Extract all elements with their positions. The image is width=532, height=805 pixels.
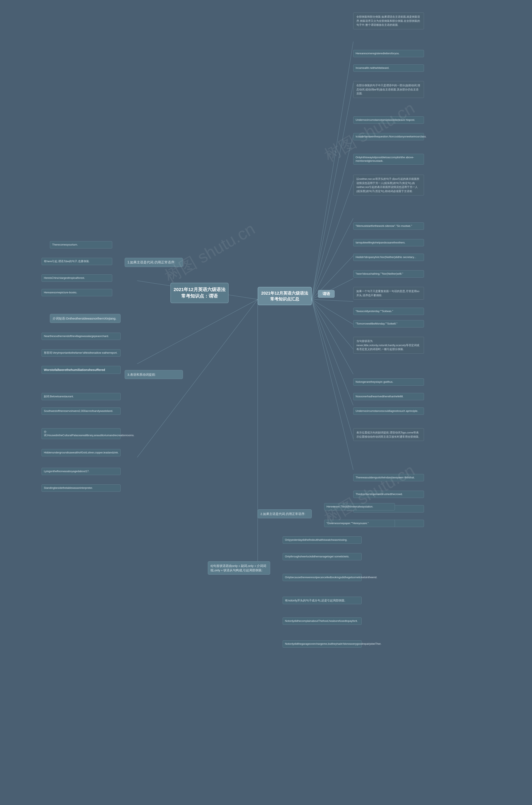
svg-line-3: [312, 181, 353, 299]
branch2-leaf1: Hereweare.Thisisthenewrailwaystation.: [324, 503, 395, 510]
desc-go-come: 表示位置或方向的副词提前,谓语动词为go,come等表示位置移动动作动词而主语又…: [353, 428, 424, 441]
b4-sub3: Worstofallwerethehumiliationshesuffered: [42, 366, 120, 374]
b3-leaf6: Standingbesidethetablewasaninterpreter.: [42, 484, 120, 492]
desc-full-inversion: 全部倒装和部分倒装:如果谓语在主语前面,就是倒装语序.倒装语序又分为全部倒装和部…: [353, 13, 424, 29]
leaf-r1: Herearesomeregisteredlettersforyou.: [353, 50, 424, 57]
tag-node: 谓语: [318, 290, 335, 298]
branch-3: 3.表语和系动词提前:: [125, 370, 183, 379]
leaf-r2: IncameaMr.rwithwhitebeard.: [353, 64, 424, 72]
b6-leaf1: Onlyyesterdaydidheﬁndoutthatthiswatchwas…: [283, 537, 362, 544]
b3-leaf1: 副词:Belowisarestaurant.: [42, 393, 120, 400]
leaf-r16: Thedoorburstopenandlrushedthecrowd.: [353, 491, 424, 498]
branch-6: 6)句首状语若由only＋副词,only＋介词词组,only＋状语从句构成,引起…: [208, 561, 270, 575]
desc-so: 如果一个句子只是重复前面一句话的意思,尽管是用so开头,语序也不要倒转.: [353, 287, 424, 300]
b4-sub1: Nearthesouthernendofthevillagewasalargep…: [42, 333, 120, 340]
svg-line-1: [312, 83, 353, 299]
branch2-leaf2: "Givemesomepaper.""Hereyouare.": [324, 520, 395, 527]
leaf-r7: Iamquitewillingtohelpandsoaaretheothers.: [353, 239, 424, 246]
b1-leaf2: 有here引起,谓语为be的句子,也要倒装.: [42, 258, 112, 265]
svg-line-8: [312, 299, 353, 324]
b4-sub2: 形容词:Veryimportanttothefamer'slifeisthera…: [42, 349, 120, 357]
branch-prep: 介词短语:OntheothersidewasnorthernXinjiang.: [50, 314, 120, 323]
svg-line-11: [312, 299, 353, 406]
desc-negative-adv: 当句首状语为never,little,notonly,notuntil,hard…: [353, 337, 424, 354]
b6-leaf3: Onlybecausethereweresotpecancelledbookin…: [283, 574, 362, 581]
svg-line-10: [312, 299, 353, 374]
desc-neither-nor: 以neither,nor,so等开头的句子:由so引起的表示前面所说情况也适用于…: [353, 175, 424, 195]
b6-leaf4: 有notonly开头的句子或分句,还是引起局部倒装.: [283, 597, 362, 604]
leaf-r9: "Iwon'tdosuchathing.""Nor(Neither)willl.…: [353, 270, 424, 278]
b6-leaf5: NotonlydidhecomplainaboutThefood,healsor…: [283, 617, 362, 625]
leaf-r15: Therewasuddengustofwindandawaywen ththsh…: [353, 474, 424, 481]
svg-line-12: [312, 299, 353, 439]
b3-leaf5: Lyingonthefloorwasaboyagedabout17.: [42, 468, 120, 475]
leaf-r12: Nolongeraretheystayin gwithus.: [353, 378, 424, 386]
svg-line-7: [312, 299, 353, 301]
b3-leaf3: 分词:HousedintheCulturalPalaceareallibrary…: [42, 428, 120, 439]
b6-leaf6: Notonlydidthegarageoverchargeme,buttheyh…: [283, 640, 362, 648]
svg-line-15: [137, 299, 258, 364]
b1-leaf3: HereisChina'slargesttropicalforest.: [42, 275, 112, 282]
leaf-r14: Undernocircumstancescouldlagreetosuch ap…: [353, 408, 424, 415]
leaf-r6: "Wemuststartforthework-sitenow"."So must…: [353, 222, 424, 230]
svg-line-2: [312, 135, 353, 299]
b1-leaf1: Therecomesyourturn.: [50, 241, 112, 248]
branch-1: 1.如果主语是代词,仍用正常语序:: [125, 258, 183, 267]
leaf-r3: Undernocircumstancesmustasoldierleave hi…: [353, 116, 424, 124]
b1-leaf4: Herearesomepicture-books.: [42, 289, 112, 296]
leaf-r5: Onlyinthiswayisitpossibletoaccomplishthe…: [353, 154, 424, 165]
b3-leaf4: HiddenundergroundisawealthofGold,silver,…: [42, 449, 120, 456]
svg-line-0: [312, 42, 353, 299]
leaf-r13: Nosoonerhadhearrivedtherethanhefellill.: [353, 393, 424, 400]
main-title: 2021年12月英语六级语法 常考知识点：谓语: [170, 283, 229, 303]
leaf-r11: "TomorrowwillbeMonday.""Soitwill.": [353, 320, 424, 327]
svg-line-4: [312, 218, 353, 299]
svg-line-9: [312, 299, 353, 349]
b3-leaf2: Southwestofthereservoirwere2,000acresfsa…: [42, 408, 120, 415]
watermark: 树图 shutu.cn: [160, 218, 259, 288]
svg-line-13: [312, 299, 353, 470]
b6-leaf2: Onlythroughsheerluckdidhemanagetoget som…: [283, 553, 362, 560]
leaf-r10: "Itwascoldyesterday.""Soitwas.": [353, 308, 424, 315]
leaf-r8: Hedidn'tdropanyhint.Nor(Neither)didhis s…: [353, 254, 424, 261]
branch-2: 2.如果主语是代词,仍用正常语序:: [258, 509, 312, 518]
center-node: 2021年12月英语六级语法常考知识点汇总: [258, 287, 312, 305]
leaf-r4: Icouldn'tanswerthequestion.Norcouldanyon…: [353, 133, 424, 141]
desc-partial-inversion: 在部分倒装的句子中只是谓语中的一部分(如助动词,情态动词,或动词be等)放在主语…: [353, 81, 424, 98]
